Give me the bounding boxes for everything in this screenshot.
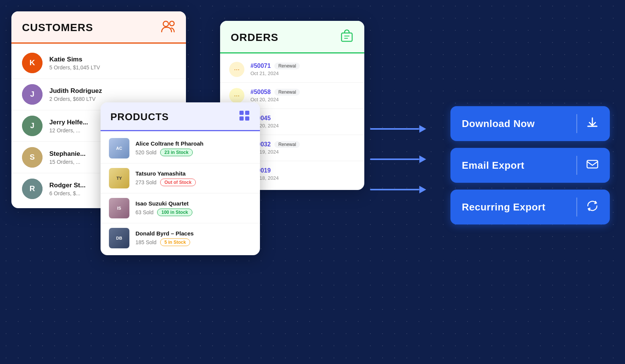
order-badge: Renewal xyxy=(274,63,300,69)
email-icon xyxy=(586,158,598,173)
order-details: #50058 Renewal Oct 20, 2024 xyxy=(250,89,300,102)
product-meta: 63 Sold 100 in Stock xyxy=(135,209,192,216)
btn-divider xyxy=(576,156,577,175)
customer-name: Judith Rodriguez xyxy=(49,87,102,95)
orders-icon xyxy=(340,29,354,46)
customers-header: CUSTOMERS xyxy=(11,11,186,44)
order-badge: Renewal xyxy=(274,141,300,148)
svg-rect-16 xyxy=(245,116,249,121)
stock-badge: 100 in Stock xyxy=(157,209,192,216)
order-badge: Renewal xyxy=(274,89,300,96)
product-list: AC Alice Coltrane ft Pharoah 520 Sold 23… xyxy=(101,131,260,255)
svg-text:R: R xyxy=(30,184,35,193)
order-dot: ··· xyxy=(229,88,244,103)
stock-badge: Out of Stock xyxy=(160,179,195,186)
arrow-line xyxy=(370,189,419,190)
scene: CUSTOMERS K Katie Sims 5 Orders, $1,045 … xyxy=(0,0,625,364)
list-item[interactable]: IS Isao Suzuki Quartet 63 Sold 100 in St… xyxy=(101,193,260,223)
avatar: R xyxy=(22,179,43,199)
customer-meta: 6 Orders, $... xyxy=(49,190,85,196)
order-number: #50071 xyxy=(250,63,271,69)
product-sold: 273 Sold xyxy=(135,179,156,185)
customer-meta: 5 Orders, $1,045 LTV xyxy=(49,64,100,71)
arrow-1 xyxy=(370,125,426,133)
recurring-icon xyxy=(586,200,598,215)
email-export-right xyxy=(576,156,598,175)
list-item[interactable]: TY Tatsuro Yamashita 273 Sold Out of Sto… xyxy=(101,163,260,193)
svg-text:K: K xyxy=(30,58,35,67)
svg-point-1 xyxy=(170,21,174,26)
arrow-line xyxy=(370,128,419,130)
product-sold: 520 Sold xyxy=(135,149,156,155)
customer-name: Rodger St... xyxy=(49,182,85,189)
download-icon xyxy=(586,116,598,131)
customer-name: Katie Sims xyxy=(49,56,100,63)
list-item[interactable]: K Katie Sims 5 Orders, $1,045 LTV xyxy=(11,47,186,79)
customer-name: Jerry Helfe... xyxy=(49,119,88,126)
product-sold: 185 Sold xyxy=(135,239,156,245)
customer-info: Jerry Helfe... 12 Orders, ... xyxy=(49,119,88,133)
email-export-label: Email Export xyxy=(462,160,524,171)
recurring-export-right xyxy=(576,198,598,217)
product-meta: 185 Sold 5 in Stock xyxy=(135,238,194,246)
customer-meta: 2 Orders, $680 LTV xyxy=(49,96,102,102)
products-grid-icon xyxy=(239,110,250,124)
list-item[interactable]: ··· #50071 Renewal Oct 21, 2024 xyxy=(220,56,364,83)
export-buttons-group: Download Now Email Export xyxy=(450,106,610,224)
product-name: Tatsuro Yamashita xyxy=(135,170,196,177)
svg-rect-17 xyxy=(588,126,597,127)
download-now-button[interactable]: Download Now xyxy=(450,106,610,141)
arrow-head xyxy=(419,186,426,193)
customer-info: Stephanie... 15 Orders, ... xyxy=(49,150,85,165)
customers-title: CUSTOMERS xyxy=(22,22,93,34)
svg-rect-14 xyxy=(245,111,249,115)
order-number-row: #50071 Renewal xyxy=(250,63,300,69)
product-info: Donald Byrd – Places 185 Sold 5 in Stock xyxy=(135,230,194,246)
order-dot: ··· xyxy=(229,62,244,77)
arrow-2 xyxy=(370,155,426,163)
order-details: #50071 Renewal Oct 21, 2024 xyxy=(250,63,300,76)
customer-info: Katie Sims 5 Orders, $1,045 LTV xyxy=(49,56,100,71)
arrow-head xyxy=(419,155,426,163)
products-header: PRODUCTS xyxy=(101,102,260,131)
orders-header: ORDERS xyxy=(220,21,364,53)
download-now-right xyxy=(576,114,598,133)
arrow-head xyxy=(419,125,426,133)
customer-meta: 15 Orders, ... xyxy=(49,159,85,165)
svg-rect-13 xyxy=(239,111,244,115)
products-card: PRODUCTS AC Alice Coltrane ft Pharoah 52… xyxy=(101,102,260,255)
stock-badge: 5 in Stock xyxy=(160,238,190,246)
avatar: K xyxy=(22,53,43,73)
order-number: #50058 xyxy=(250,89,271,96)
product-info: Isao Suzuki Quartet 63 Sold 100 in Stock xyxy=(135,200,192,216)
products-title: PRODUCTS xyxy=(110,111,169,123)
download-now-label: Download Now xyxy=(462,118,535,130)
svg-text:S: S xyxy=(30,153,35,161)
arrow-line xyxy=(370,158,419,160)
avatar: J xyxy=(22,84,43,105)
btn-divider xyxy=(576,114,577,133)
list-item[interactable]: AC Alice Coltrane ft Pharoah 520 Sold 23… xyxy=(101,133,260,163)
btn-divider xyxy=(576,198,577,217)
arrows-group xyxy=(370,125,426,193)
customer-meta: 12 Orders, ... xyxy=(49,127,88,133)
product-image: TY xyxy=(109,168,129,188)
arrow-3 xyxy=(370,186,426,193)
recurring-export-label: Recurring Export xyxy=(462,201,545,213)
product-name: Alice Coltrane ft Pharoah xyxy=(135,140,203,147)
product-info: Tatsuro Yamashita 273 Sold Out of Stock xyxy=(135,170,196,186)
recurring-export-button[interactable]: Recurring Export xyxy=(450,190,610,224)
list-item[interactable]: DB Donald Byrd – Places 185 Sold 5 in St… xyxy=(101,223,260,253)
email-export-button[interactable]: Email Export xyxy=(450,148,610,183)
svg-point-0 xyxy=(163,21,168,27)
svg-rect-18 xyxy=(587,160,598,168)
customer-info: Judith Rodriguez 2 Orders, $680 LTV xyxy=(49,87,102,102)
product-image: DB xyxy=(109,228,129,248)
product-meta: 520 Sold 23 in Stock xyxy=(135,149,203,156)
product-sold: 63 Sold xyxy=(135,209,153,215)
svg-rect-12 xyxy=(342,33,352,41)
order-date: Oct 21, 2024 xyxy=(250,71,300,76)
avatar: S xyxy=(22,147,43,168)
avatar: J xyxy=(22,116,43,136)
svg-text:J: J xyxy=(30,121,34,130)
